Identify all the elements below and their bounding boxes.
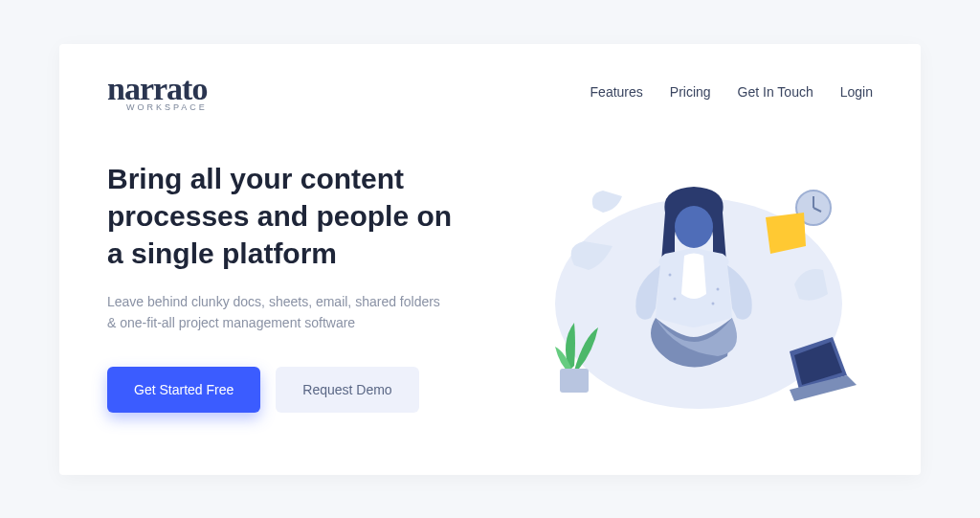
hero-illustration: [504, 150, 873, 438]
svg-point-4: [675, 206, 713, 248]
svg-point-6: [668, 273, 671, 276]
hero-subtitle: Leave behind clunky docs, sheets, email,…: [107, 291, 452, 334]
svg-point-10: [673, 297, 676, 300]
request-demo-button[interactable]: Request Demo: [276, 367, 418, 413]
get-started-button[interactable]: Get Started Free: [107, 367, 260, 413]
nav-item-features[interactable]: Features: [590, 84, 643, 100]
cta-buttons: Get Started Free Request Demo: [107, 367, 476, 413]
logo-main: narrato: [107, 73, 208, 105]
nav-item-login[interactable]: Login: [840, 84, 873, 100]
nav-item-pricing[interactable]: Pricing: [670, 84, 711, 100]
nav-item-contact[interactable]: Get In Touch: [738, 84, 813, 100]
nav: Features Pricing Get In Touch Login: [590, 84, 873, 100]
hero-title: Bring all your content processes and peo…: [107, 160, 471, 272]
hero: Bring all your content processes and peo…: [107, 150, 873, 438]
svg-rect-12: [560, 369, 589, 393]
header: narrato WORKSPACE Features Pricing Get I…: [107, 73, 873, 112]
logo-sub: WORKSPACE: [126, 103, 208, 112]
logo[interactable]: narrato WORKSPACE: [107, 73, 208, 112]
svg-point-11: [711, 302, 714, 304]
hero-left: Bring all your content processes and peo…: [107, 150, 476, 438]
meditation-illustration-icon: [507, 150, 871, 438]
svg-point-9: [716, 287, 719, 290]
landing-card: narrato WORKSPACE Features Pricing Get I…: [59, 44, 921, 475]
